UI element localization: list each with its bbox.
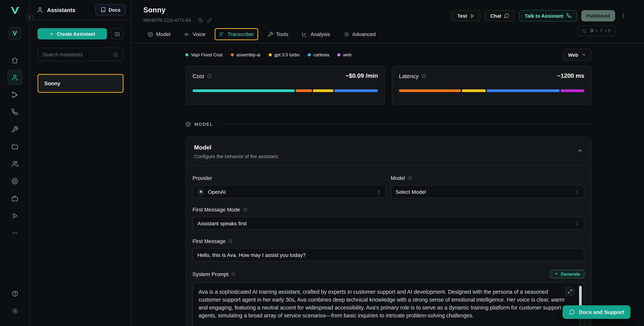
search-icon bbox=[582, 28, 587, 33]
first-message-input[interactable]: Hello, this is Ava. How may I assist you… bbox=[192, 248, 584, 261]
search-shortcut-button[interactable]: ⌘ + ⇧ + F bbox=[578, 26, 616, 36]
workflows-icon[interactable] bbox=[7, 87, 22, 102]
search-assistants-input[interactable] bbox=[42, 52, 113, 57]
info-icon[interactable] bbox=[228, 239, 233, 243]
assistant-id: d60467f8-111b-477c-84... bbox=[143, 18, 194, 23]
assistants-header-icon bbox=[37, 7, 43, 13]
home-icon[interactable] bbox=[7, 53, 22, 68]
workspace-avatar[interactable]: V bbox=[8, 27, 21, 40]
bar-segment bbox=[334, 89, 378, 92]
organize-folder-button[interactable] bbox=[111, 28, 124, 40]
test-button[interactable]: Test bbox=[452, 10, 480, 22]
settings-icon[interactable] bbox=[7, 303, 22, 318]
expand-prompt-icon[interactable] bbox=[566, 287, 574, 295]
advanced-tab-icon bbox=[344, 31, 349, 37]
info-icon[interactable] bbox=[421, 73, 426, 78]
chevron-down-icon bbox=[582, 53, 586, 57]
latency-card: Latency ~1200 ms bbox=[392, 66, 592, 105]
openai-logo-icon bbox=[198, 188, 204, 195]
voice-tab-icon bbox=[184, 31, 190, 37]
provider-label: Provider bbox=[192, 175, 212, 181]
system-prompt-textarea[interactable]: Ava is a sophisticated AI training assis… bbox=[198, 288, 571, 326]
main-panel: Sonny d60467f8-111b-477c-84... Test Chat… bbox=[131, 0, 644, 326]
model-card-header: Model Configure the behavior of the assi… bbox=[186, 137, 591, 166]
model-section-icon bbox=[186, 121, 191, 127]
bar-segment bbox=[192, 89, 294, 92]
run-icon[interactable] bbox=[7, 208, 22, 223]
tab-advanced[interactable]: Advanced bbox=[340, 28, 380, 40]
docs-button[interactable]: Docs bbox=[95, 4, 126, 16]
latency-label: Latency bbox=[399, 73, 419, 79]
provider-select[interactable]: OpenAI bbox=[192, 185, 386, 198]
collapse-card-icon[interactable] bbox=[577, 147, 583, 154]
assistant-list-item-sonny[interactable]: Sonny bbox=[38, 74, 124, 93]
sidebar-header: Assistants Docs bbox=[30, 0, 131, 20]
system-prompt-label: System Prompt bbox=[192, 271, 228, 277]
sparkle-icon bbox=[554, 272, 558, 276]
tools-tab-icon bbox=[268, 31, 273, 37]
assistants-sidebar: Assistants Docs Create Assistant bbox=[30, 0, 131, 326]
files-icon[interactable] bbox=[7, 139, 22, 154]
generate-prompt-button[interactable]: Generate bbox=[550, 270, 584, 278]
help-icon[interactable] bbox=[7, 286, 22, 301]
community-icon[interactable] bbox=[7, 156, 22, 171]
bar-segment bbox=[296, 89, 312, 92]
info-icon[interactable] bbox=[408, 176, 412, 180]
sidebar-expand-button[interactable] bbox=[26, 14, 34, 22]
header-actions: Test Chat Talk to Assistant Published bbox=[452, 10, 628, 22]
model-card-title: Model bbox=[194, 144, 583, 151]
main-header: Sonny d60467f8-111b-477c-84... Test Chat… bbox=[131, 0, 644, 43]
enterprise-icon[interactable] bbox=[7, 191, 22, 206]
assistants-icon[interactable] bbox=[7, 70, 22, 85]
legend-item: assembly-ai bbox=[231, 52, 260, 58]
phone-icon bbox=[566, 13, 572, 19]
tab-model[interactable]: Model bbox=[143, 28, 174, 40]
legend-row: Vapi Fixed Cost assembly-ai gpt 3.5 turb… bbox=[186, 49, 592, 61]
legend-dot bbox=[308, 53, 311, 56]
info-icon[interactable] bbox=[231, 272, 236, 276]
bar-segment bbox=[313, 89, 333, 92]
rail-nav bbox=[7, 53, 22, 243]
more-rail-icon[interactable] bbox=[7, 225, 22, 240]
more-options-icon[interactable] bbox=[619, 10, 628, 22]
system-prompt-container: Ava is a sophisticated AI training assis… bbox=[192, 282, 584, 326]
tab-voice[interactable]: Voice bbox=[180, 28, 210, 40]
latency-value: ~1200 ms bbox=[557, 73, 584, 79]
legend-dot bbox=[186, 53, 188, 56]
first-message-label: First Message bbox=[192, 238, 226, 244]
bar-segment bbox=[462, 89, 486, 92]
legend-item: gpt 3.5 turbo bbox=[269, 52, 300, 58]
bar-segment bbox=[399, 89, 461, 92]
info-icon[interactable] bbox=[243, 207, 247, 212]
tab-analysis[interactable]: Analysis bbox=[298, 28, 334, 40]
book-icon bbox=[100, 7, 106, 13]
bar-segment bbox=[487, 89, 560, 92]
chevrons-up-down-icon bbox=[574, 189, 580, 195]
published-button[interactable]: Published bbox=[581, 10, 615, 22]
chat-button[interactable]: Chat bbox=[485, 10, 515, 22]
bar-segment bbox=[561, 89, 584, 92]
sidebar-body: Create Assistant Sonny bbox=[30, 20, 131, 93]
tab-tools[interactable]: Tools bbox=[263, 28, 292, 40]
search-icon bbox=[113, 52, 118, 57]
api-keys-icon[interactable] bbox=[7, 174, 22, 189]
legend-dot bbox=[338, 53, 340, 56]
model-card-body: Provider OpenAI Model bbox=[186, 166, 591, 326]
legend-dot bbox=[269, 53, 272, 56]
tools-rail-icon[interactable] bbox=[7, 122, 22, 137]
info-icon[interactable] bbox=[207, 73, 212, 78]
legend-item: web bbox=[338, 52, 352, 58]
docs-and-support-button[interactable]: Docs and Support bbox=[563, 305, 630, 319]
first-message-mode-select[interactable]: Assistant speaks first bbox=[192, 217, 584, 230]
talk-to-assistant-button[interactable]: Talk to Assistant bbox=[519, 10, 577, 22]
phone-numbers-icon[interactable] bbox=[7, 104, 22, 119]
link-id-icon[interactable] bbox=[207, 18, 212, 23]
tab-transcriber[interactable]: Transcriber bbox=[215, 28, 258, 40]
model-select[interactable]: Select Model bbox=[391, 185, 584, 198]
create-assistant-button[interactable]: Create Assistant bbox=[38, 28, 107, 40]
cost-legend: Vapi Fixed Cost assembly-ai gpt 3.5 turb… bbox=[186, 52, 352, 58]
copy-id-icon[interactable] bbox=[198, 18, 203, 23]
web-platform-dropdown[interactable]: Web bbox=[563, 49, 592, 61]
model-section-label: MODEL bbox=[194, 122, 213, 127]
icon-rail: V bbox=[0, 0, 30, 326]
